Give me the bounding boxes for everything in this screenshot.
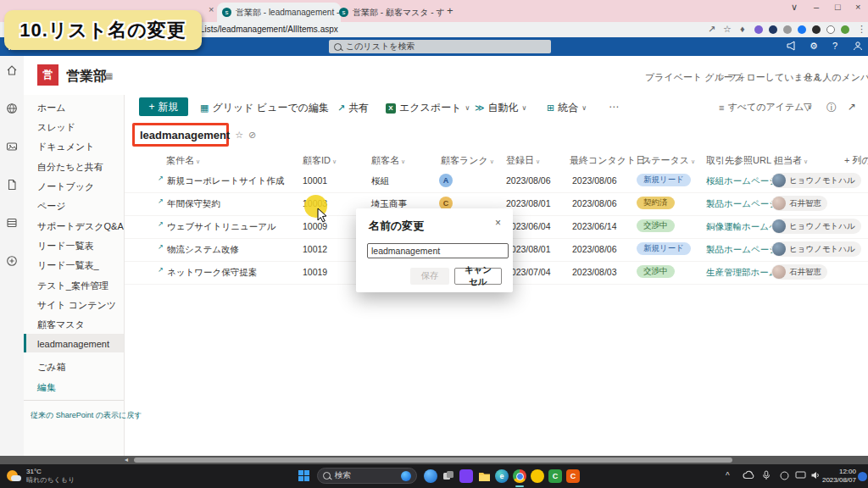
integrate-button[interactable]: ⊞ 統合 ∨: [547, 101, 587, 115]
nav-item-leadmanagement[interactable]: leadmanagement: [37, 339, 109, 349]
list-title[interactable]: leadmanagement: [140, 129, 230, 141]
favorite-star-icon[interactable]: ☆: [235, 130, 243, 141]
nav-item-recycle-bin[interactable]: ごみ箱: [37, 361, 66, 374]
weather-icon[interactable]: [7, 469, 22, 484]
status-circle-icon[interactable]: [780, 471, 789, 480]
site-logo[interactable]: 営: [37, 64, 58, 86]
browser-tab[interactable]: s 営業部 - 顧客マスタ - すべてのアイテ ×: [334, 3, 444, 22]
nav-item-notebook[interactable]: ノートブック: [37, 180, 94, 193]
account-url-link[interactable]: 製品ホームページ: [706, 244, 778, 256]
nav-item-home[interactable]: ホーム: [37, 102, 66, 114]
save-button[interactable]: 保存: [410, 268, 449, 285]
add-column-button[interactable]: + 列の追加: [844, 154, 868, 167]
task-view-icon[interactable]: [442, 469, 455, 483]
notification-badge[interactable]: [858, 472, 867, 481]
share-page-icon[interactable]: ↗: [708, 24, 715, 35]
list-search-input[interactable]: このリストを検索: [329, 40, 551, 53]
automate-button[interactable]: ≫ 自動化 ∨: [475, 101, 526, 115]
nav-item-thread[interactable]: スレッド: [37, 121, 75, 134]
windows-start-button[interactable]: [298, 470, 309, 481]
lists-icon[interactable]: [6, 217, 18, 229]
settings-gear-icon[interactable]: ⚙: [810, 41, 818, 52]
pinned-app-icon[interactable]: C: [566, 469, 580, 483]
classic-sharepoint-link[interactable]: 従来の SharePoint の表示に戻す: [31, 410, 142, 421]
taskbar-search-input[interactable]: 検索: [317, 468, 417, 484]
home-icon[interactable]: [6, 64, 18, 76]
tray-expand-icon[interactable]: ^: [726, 471, 730, 480]
pinned-app-icon[interactable]: C: [548, 469, 562, 483]
grid-edit-button[interactable]: ▦ グリッド ビューでの編集: [200, 101, 329, 115]
megaphone-icon[interactable]: [787, 41, 797, 51]
new-item-button[interactable]: + 新規: [139, 97, 188, 116]
nav-item-support-qa[interactable]: サポートデスクQ&A: [37, 220, 124, 233]
maximize-window-icon[interactable]: □: [835, 2, 841, 12]
extension-icon[interactable]: [754, 25, 763, 34]
weather-widget[interactable]: 31°C 晴れのちくもり: [26, 468, 75, 485]
profile-avatar[interactable]: [841, 25, 849, 34]
create-plus-icon[interactable]: [6, 255, 18, 267]
column-header[interactable]: ステータス: [642, 154, 695, 167]
cast-screen-icon[interactable]: [795, 471, 806, 480]
taskbar-clock[interactable]: 12:00 2023/08/07: [812, 468, 856, 485]
close-window-icon[interactable]: ×: [855, 2, 860, 12]
nav-item-site-contents[interactable]: サイト コンテンツ: [37, 299, 116, 312]
not-followed-icon[interactable]: ⊘: [248, 130, 256, 141]
account-url-link[interactable]: 製品ホームページ: [706, 198, 778, 210]
column-header[interactable]: 登録日: [506, 154, 540, 167]
document-icon[interactable]: [6, 179, 18, 191]
close-tab-icon[interactable]: ×: [209, 4, 214, 14]
chrome-icon[interactable]: [513, 469, 526, 483]
column-header[interactable]: 取引先参照URL: [706, 154, 777, 167]
owner-persona[interactable]: ヒョウノモトハル: [771, 173, 861, 188]
view-selector[interactable]: ≡ すべてのアイテム ∨: [719, 101, 812, 114]
column-header[interactable]: 最終コンタクト日: [570, 154, 651, 167]
owner-persona[interactable]: 石井智恵: [771, 196, 827, 211]
mic-tray-icon[interactable]: [762, 470, 771, 480]
column-header[interactable]: 顧客ランク: [441, 154, 494, 167]
table-row[interactable]: ↗ 新規コーポレートサイト作成 10001 桜組 A 2023/08/06 20…: [124, 169, 868, 193]
browser-menu-dots-icon[interactable]: ⋮: [857, 24, 866, 35]
filter-icon[interactable]: ▽: [804, 101, 811, 113]
column-header[interactable]: 顧客ID: [303, 154, 337, 167]
column-header[interactable]: 担当者: [774, 154, 808, 167]
media-icon[interactable]: [6, 141, 18, 152]
nav-item-documents[interactable]: ドキュメント: [37, 141, 95, 153]
minimize-window-icon[interactable]: –: [814, 2, 819, 12]
nav-item-pages[interactable]: ページ: [37, 200, 66, 213]
account-person-icon[interactable]: [853, 41, 863, 51]
info-icon[interactable]: ⓘ: [826, 101, 837, 115]
sidebar-toggle-icon[interactable]: [826, 25, 835, 34]
extension-icon[interactable]: [783, 25, 792, 34]
expand-view-icon[interactable]: ↗: [848, 101, 856, 113]
nav-item-test-case[interactable]: テスト_案件管理: [37, 280, 108, 292]
pinned-app-icon[interactable]: [531, 469, 544, 483]
rename-input[interactable]: [367, 243, 509, 258]
share-button[interactable]: ↗ 共有: [337, 101, 369, 115]
edge-icon[interactable]: e: [495, 469, 509, 483]
owner-persona[interactable]: 石井智恵: [771, 264, 827, 280]
extension-icon[interactable]: [769, 25, 777, 34]
mic-extension-icon[interactable]: ♦: [740, 24, 745, 34]
nav-edit-link[interactable]: 編集: [37, 381, 56, 394]
extensions-puzzle-icon[interactable]: [812, 25, 821, 34]
owner-persona[interactable]: ヒョウノモトハル: [771, 219, 861, 234]
file-explorer-icon[interactable]: [477, 469, 491, 483]
more-commands-button[interactable]: ⋯: [609, 101, 619, 113]
clipchamp-icon[interactable]: [459, 469, 473, 483]
nav-item-shared[interactable]: 自分たちと共有: [37, 161, 103, 174]
horizontal-scrollbar[interactable]: ◂: [0, 456, 868, 464]
follow-star-icon[interactable]: ☆: [716, 71, 725, 82]
globe-icon[interactable]: [6, 103, 18, 114]
account-url-link[interactable]: 桜組ホームページ: [706, 175, 778, 187]
column-header[interactable]: 案件名: [166, 154, 200, 167]
scrollbar-thumb[interactable]: [134, 458, 732, 463]
browser-tab-active[interactable]: s 営業部 - leadmanagement - すべ ×: [217, 3, 341, 22]
new-tab-button[interactable]: +: [447, 4, 453, 17]
site-title[interactable]: 営業部: [66, 68, 107, 86]
nav-item-lead-list[interactable]: リード一覧表: [37, 240, 94, 252]
help-icon[interactable]: ?: [832, 41, 837, 51]
onedrive-cloud-icon[interactable]: [743, 470, 754, 480]
column-header[interactable]: 顧客名: [371, 154, 405, 167]
extension-icon[interactable]: [798, 25, 806, 34]
owner-persona[interactable]: ヒョウノモトハル: [771, 241, 861, 257]
